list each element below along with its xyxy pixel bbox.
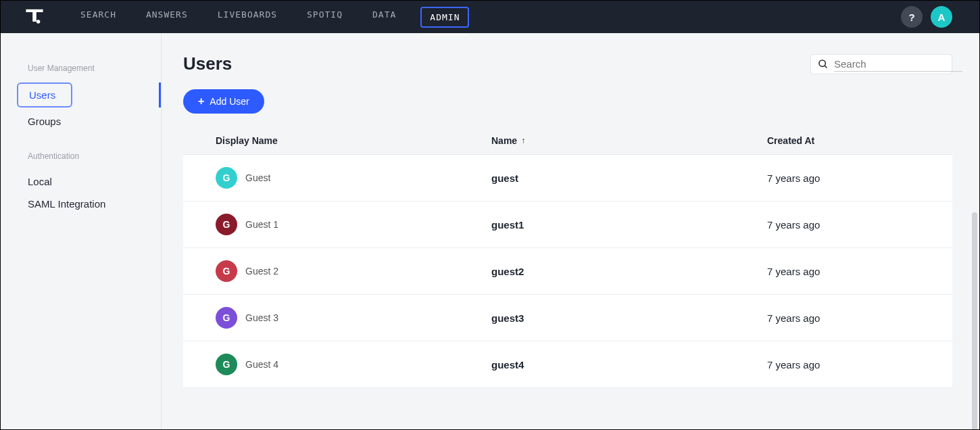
- sidebar-active-indicator: [159, 82, 161, 108]
- sidebar-section-title: Authentication: [1, 151, 161, 170]
- sidebar-item-saml-integration[interactable]: SAML Integration: [1, 193, 161, 215]
- user-avatar-initial: G: [216, 354, 237, 375]
- nav-item-liveboards[interactable]: LIVEBOARDS: [212, 7, 283, 28]
- sort-ascending-icon: ↑: [521, 136, 525, 145]
- svg-point-3: [819, 60, 825, 66]
- users-table: Display Name Name ↑ Created At GGuestgue…: [183, 135, 952, 388]
- help-button[interactable]: ?: [901, 6, 923, 28]
- user-display-name: Guest 1: [245, 219, 278, 230]
- main-content: Users + Add User Display Name Name ↑ Cre…: [162, 33, 979, 430]
- cell-display-name: GGuest 2: [216, 260, 491, 282]
- column-header-name[interactable]: Name ↑: [491, 135, 767, 146]
- search-icon: [818, 59, 829, 70]
- user-avatar-initial: G: [216, 307, 237, 329]
- scrollbar[interactable]: [972, 212, 977, 430]
- cell-name: guest2: [491, 266, 767, 277]
- cell-created-at: 7 years ago: [767, 359, 952, 371]
- user-display-name: Guest 4: [245, 359, 278, 370]
- user-avatar-initial: G: [216, 260, 237, 282]
- user-avatar[interactable]: A: [931, 6, 952, 28]
- table-row[interactable]: GGuestguest7 years ago: [183, 155, 952, 201]
- cell-display-name: GGuest 1: [216, 214, 491, 235]
- cell-name: guest: [491, 172, 767, 184]
- svg-rect-0: [26, 9, 43, 12]
- cell-created-at: 7 years ago: [767, 172, 952, 184]
- user-display-name: Guest 3: [245, 312, 278, 323]
- table-row[interactable]: GGuest 2guest27 years ago: [183, 248, 952, 295]
- user-display-name: Guest: [245, 172, 270, 183]
- svg-rect-1: [32, 12, 36, 22]
- cell-display-name: GGuest 3: [216, 307, 491, 329]
- table-row[interactable]: GGuest 3guest37 years ago: [183, 295, 952, 341]
- cell-created-at: 7 years ago: [767, 266, 952, 277]
- user-avatar-initial: G: [216, 167, 237, 189]
- nav-items: SEARCHANSWERSLIVEBOARDSSPOTIQDATAADMIN: [75, 7, 469, 28]
- cell-created-at: 7 years ago: [767, 219, 952, 231]
- table-row[interactable]: GGuest 4guest47 years ago: [183, 341, 952, 388]
- page-title: Users: [183, 53, 232, 74]
- nav-item-spotiq[interactable]: SPOTIQ: [301, 7, 348, 28]
- user-avatar-initial: G: [216, 214, 237, 235]
- sidebar: User ManagementUsersGroupsAuthentication…: [1, 33, 162, 430]
- nav-item-search[interactable]: SEARCH: [75, 7, 122, 28]
- cell-created-at: 7 years ago: [767, 312, 952, 324]
- svg-point-2: [36, 20, 41, 24]
- sidebar-section-title: User Management: [1, 64, 161, 82]
- plus-icon: +: [198, 96, 204, 107]
- add-user-label: Add User: [210, 96, 249, 107]
- cell-display-name: GGuest: [216, 167, 491, 189]
- table-header: Display Name Name ↑ Created At: [183, 135, 952, 154]
- search-box[interactable]: [810, 54, 952, 74]
- brand-logo-icon[interactable]: [21, 7, 48, 27]
- cell-name: guest1: [491, 219, 767, 231]
- column-header-created-at[interactable]: Created At: [767, 135, 952, 146]
- cell-display-name: GGuest 4: [216, 354, 491, 375]
- table-row[interactable]: GGuest 1guest17 years ago: [183, 201, 952, 248]
- cell-name: guest4: [491, 359, 767, 371]
- column-header-name-label: Name: [491, 135, 517, 146]
- nav-item-data[interactable]: DATA: [367, 7, 401, 28]
- sidebar-item-groups[interactable]: Groups: [1, 110, 161, 133]
- top-nav: SEARCHANSWERSLIVEBOARDSSPOTIQDATAADMIN ?…: [1, 1, 979, 33]
- sidebar-item-users[interactable]: Users: [17, 82, 72, 108]
- nav-item-admin[interactable]: ADMIN: [420, 7, 469, 28]
- nav-item-answers[interactable]: ANSWERS: [141, 7, 193, 28]
- user-display-name: Guest 2: [245, 266, 278, 277]
- table-body: GGuestguest7 years agoGGuest 1guest17 ye…: [183, 154, 952, 388]
- add-user-button[interactable]: + Add User: [183, 89, 264, 114]
- svg-line-4: [825, 66, 827, 68]
- cell-name: guest3: [491, 312, 767, 324]
- search-input[interactable]: [834, 57, 962, 72]
- sidebar-item-local[interactable]: Local: [1, 170, 161, 193]
- column-header-display-name[interactable]: Display Name: [216, 135, 491, 146]
